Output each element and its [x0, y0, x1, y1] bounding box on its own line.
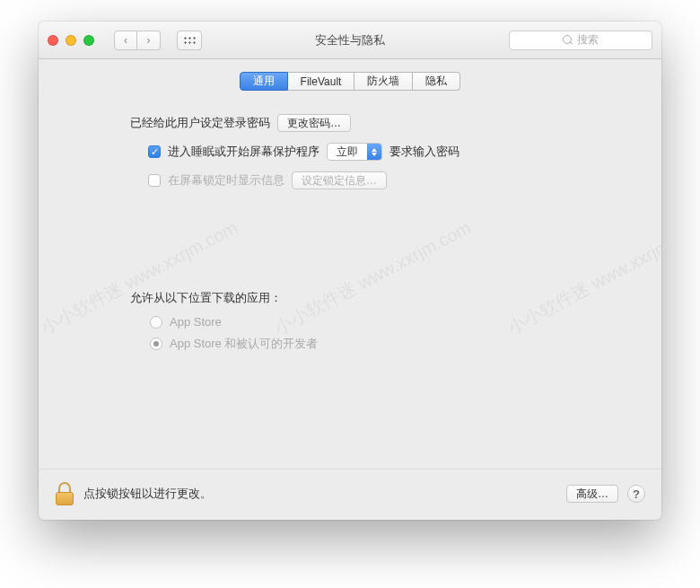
require-password-suffix: 要求输入密码: [389, 144, 459, 160]
minimize-window-button[interactable]: [66, 35, 76, 46]
login-password-section: 已经给此用户设定登录密码 更改密码… 进入睡眠或开始屏幕保护程序 立即 要求输入…: [130, 114, 640, 189]
nav-back-forward: ‹ ›: [114, 31, 161, 50]
chevron-left-icon: ‹: [124, 34, 127, 47]
tab-bar: 通用 FileVault 防火墙 隐私: [60, 72, 640, 91]
window-controls: [48, 35, 94, 46]
change-password-button[interactable]: 更改密码…: [277, 114, 351, 132]
help-button[interactable]: ?: [627, 485, 645, 503]
radio-app-store-label: App Store: [170, 315, 222, 329]
radio-app-store-identified-label: App Store 和被认可的开发者: [170, 336, 318, 352]
login-password-label: 已经给此用户设定登录密码: [130, 115, 270, 131]
stepper-arrows-icon: [367, 144, 381, 160]
close-window-button[interactable]: [48, 35, 58, 46]
search-input[interactable]: 搜索: [509, 31, 652, 50]
footer: 点按锁按钮以进行更改。 高级… ?: [39, 469, 661, 520]
content-area: 通用 FileVault 防火墙 隐私 已经给此用户设定登录密码 更改密码… 进…: [39, 59, 661, 469]
tab-filevault[interactable]: FileVault: [288, 72, 355, 91]
lock-hint-text: 点按锁按钮以进行更改。: [83, 486, 212, 502]
search-placeholder: 搜索: [577, 32, 599, 48]
allow-downloads-group: App Store App Store 和被认可的开发者: [150, 315, 640, 352]
zoom-window-button[interactable]: [83, 35, 94, 46]
allow-downloads-title: 允许从以下位置下载的应用：: [130, 290, 640, 306]
require-password-prefix: 进入睡眠或开始屏幕保护程序: [168, 144, 319, 160]
require-password-delay-select[interactable]: 立即: [327, 143, 382, 161]
require-password-checkbox[interactable]: [148, 145, 161, 158]
show-all-prefs-button[interactable]: [177, 31, 202, 50]
tab-general[interactable]: 通用: [240, 72, 288, 91]
show-lock-message-label: 在屏幕锁定时显示信息: [168, 172, 284, 189]
titlebar: ‹ › 安全性与隐私 搜索: [39, 22, 661, 59]
nav-forward-button[interactable]: ›: [137, 31, 161, 50]
nav-back-button[interactable]: ‹: [114, 31, 137, 50]
chevron-right-icon: ›: [147, 34, 151, 47]
grid-icon: [183, 36, 196, 45]
search-icon: [563, 35, 573, 45]
radio-app-store-identified: [150, 338, 162, 350]
tab-privacy[interactable]: 隐私: [413, 72, 460, 91]
select-value: 立即: [328, 144, 367, 160]
tab-firewall[interactable]: 防火墙: [354, 72, 413, 91]
set-lock-message-button: 设定锁定信息…: [292, 171, 387, 189]
radio-app-store: [150, 316, 162, 329]
preferences-window: ‹ › 安全性与隐私 搜索 通用 FileVault 防火墙 隐私 已经给此用户…: [39, 22, 661, 520]
show-lock-message-checkbox[interactable]: [148, 174, 161, 187]
lock-icon[interactable]: [55, 482, 74, 505]
advanced-button[interactable]: 高级…: [566, 485, 618, 503]
